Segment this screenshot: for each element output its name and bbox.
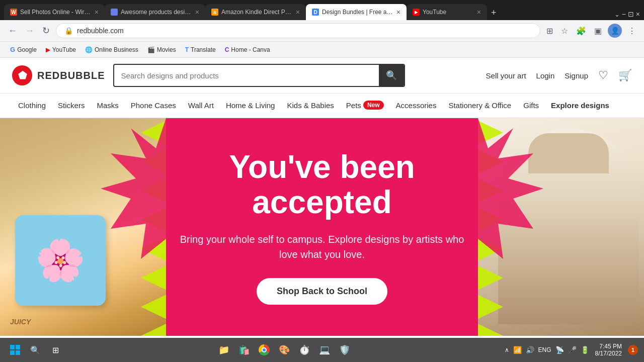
taskbar-visual-studio[interactable]: 💻 [315,341,334,359]
profile-icon[interactable]: 👤 [608,24,622,38]
sell-your-art-link[interactable]: Sell your art [486,71,526,80]
tab-favicon-youtube: ▶ [413,9,420,16]
login-link[interactable]: Login [536,71,555,80]
logo-icon: ⬟ [18,69,27,81]
nav-kids-babies[interactable]: Kids & Babies [281,94,340,118]
tab-title-kindle: Amazon Kindle Direct Pu... [221,9,293,16]
tray-volume-icon[interactable]: 🔊 [526,346,534,354]
bookmark-star-icon[interactable]: ☆ [559,24,570,38]
bookmark-online-business[interactable]: 🌐 Online Business [81,44,142,55]
tab-favicon-kindle: a [211,9,218,16]
tab-title-youtube: YouTube [423,9,474,16]
nav-phone-cases[interactable]: Phone Cases [125,94,182,118]
tray-up-arrow[interactable]: ∧ [505,346,509,353]
bookmark-canva[interactable]: C Home - Canva [221,44,274,55]
nav-stickers[interactable]: Stickers [52,94,91,118]
taskbar-pinned-apps: 📁 🛍️ 🎨 ⏱️ 💻 🛡️ [66,341,503,359]
hero-banner: 🌸 JUICY Y [0,118,644,336]
tab-sell-photos[interactable]: W Sell Photos Online - Wire... × [4,4,105,20]
address-bar[interactable]: 🔒 redbubble.com [56,23,540,38]
tab-close-youtube[interactable]: × [477,8,481,16]
tray-wifi[interactable]: 📡 [555,346,564,354]
bookmark-google[interactable]: G Google [6,44,41,55]
tab-close-awesome[interactable]: × [195,8,199,16]
pillow-element: 🌸 [15,215,106,306]
refresh-button[interactable]: ↻ [40,23,52,38]
bookmark-translate[interactable]: T Translate [181,44,220,55]
tab-youtube[interactable]: ▶ YouTube × [407,4,487,20]
taskbar-timer[interactable]: ⏱️ [295,341,313,359]
tab-kindle[interactable]: a Amazon Kindle Direct Pu... × [205,4,306,20]
search-icon: 🔍 [386,70,397,80]
taskbar: 🔍 ⊞ 📁 🛍️ 🎨 ⏱️ 💻 🛡️ ∧ 📶 🔊 ENG 📡 🎤 🔋 7:45 … [0,338,644,362]
bookmark-label-canva: Home - Canva [231,46,270,53]
tab-awesome[interactable]: Awesome products desig... × [105,4,205,20]
bookmark-label-translate: Translate [191,46,216,53]
lock-icon: 🔒 [64,27,73,35]
wishlist-icon[interactable]: ♡ [598,69,608,82]
bookmark-favicon-online-business: 🌐 [85,46,93,53]
nav-accessories[interactable]: Accessories [390,94,443,118]
bookmark-youtube[interactable]: ▶ YouTube [42,44,80,55]
tray-network-icon[interactable]: 📶 [513,346,522,354]
svg-rect-7 [16,350,20,355]
menu-icon[interactable]: ⋮ [626,24,638,38]
logo-circle: ⬟ [12,65,32,85]
logo[interactable]: ⬟ REDBUBBLE [12,65,105,85]
nav-gifts[interactable]: Gifts [517,94,545,118]
forward-button[interactable]: → [23,24,36,38]
tab-title-sell: Sell Photos Online - Wire... [20,9,92,16]
bookmark-label-youtube: YouTube [52,46,76,53]
back-button[interactable]: ← [6,24,19,38]
nav-clothing[interactable]: Clothing [12,94,52,118]
nav-stationery[interactable]: Stationery & Office [442,94,517,118]
tab-close-bundles[interactable]: × [396,8,400,16]
bookmark-favicon-translate: T [185,46,189,53]
nav-explore[interactable]: Explore designs [545,94,615,118]
tab-design-bundles[interactable]: D Design Bundles | Free an... × [306,4,407,20]
tab-bar: W Sell Photos Online - Wire... × Awesome… [0,0,644,20]
extensions-puzzle-icon[interactable]: 🧩 [574,24,588,38]
new-tab-button[interactable]: + [487,6,501,20]
notification-badge[interactable]: 1 [628,345,638,355]
cart-icon[interactable]: 🛒 [618,69,632,82]
search-button[interactable]: 🔍 [379,65,404,86]
taskbar-time-display: 7:45 PM [595,343,622,350]
tray-mic[interactable]: 🎤 [568,346,577,354]
taskbar-clock[interactable]: 7:45 PM 8/17/2022 [595,343,622,357]
taskbar-apps-button[interactable]: ⊞ [46,341,64,359]
windows-start-button[interactable] [6,341,24,359]
windows-logo-icon [10,345,20,355]
tab-favicon-bundles: D [312,9,319,16]
address-text[interactable]: redbubble.com [77,27,532,35]
taskbar-antivirus[interactable]: 🛡️ [336,341,354,359]
taskbar-store[interactable]: 🛍️ [235,341,253,359]
signup-link[interactable]: Signup [565,71,588,80]
nav-wall-art[interactable]: Wall Art [182,94,220,118]
nav-home-living[interactable]: Home & Living [220,94,281,118]
extensions-icon[interactable]: ⊞ [544,24,555,38]
bookmark-favicon-google: G [10,46,15,53]
tray-battery[interactable]: 🔋 [581,346,589,354]
taskbar-file-explorer[interactable]: 📁 [215,341,233,359]
nav-pets[interactable]: Pets New [340,94,390,118]
tab-favicon-sell: W [10,9,17,16]
hero-cta-button[interactable]: Shop Back to School [257,278,387,305]
taskbar-chrome[interactable] [255,341,273,359]
system-tray-icons: ∧ 📶 🔊 ENG 📡 🎤 🔋 [505,346,589,354]
minimize-button[interactable]: − [622,10,626,18]
search-input[interactable] [114,66,379,85]
tray-language[interactable]: ENG [538,346,551,353]
taskbar-search-button[interactable]: 🔍 [26,341,44,359]
close-button[interactable]: × [636,10,640,18]
bookmark-favicon-youtube: ▶ [46,46,50,53]
new-badge-pill: New [363,101,384,110]
maximize-button[interactable]: ⊡ [628,10,634,18]
nav-masks[interactable]: Masks [91,94,124,118]
search-bar[interactable]: 🔍 [113,64,405,87]
tab-close-sell[interactable]: × [95,8,99,16]
taskbar-paint[interactable]: 🎨 [275,341,293,359]
tab-close-kindle[interactable]: × [296,8,300,16]
sidebar-icon[interactable]: ▣ [592,24,604,38]
bookmark-movies[interactable]: 🎬 Movies [143,44,180,55]
